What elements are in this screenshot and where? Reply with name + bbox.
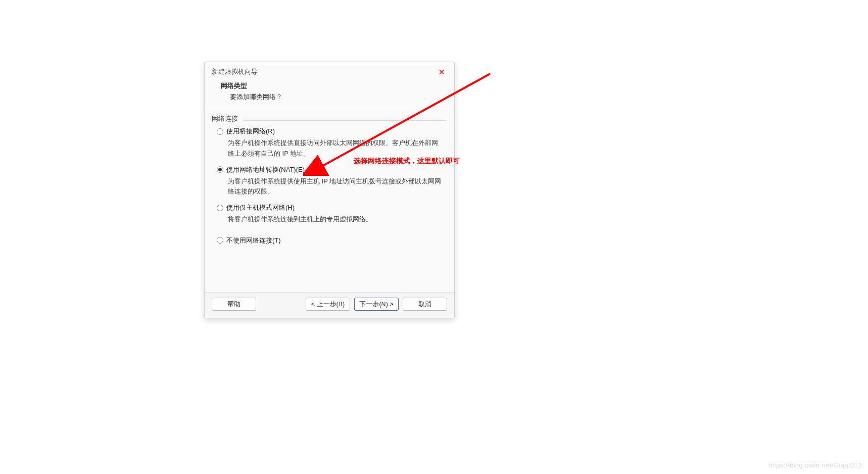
- header-title: 网络类型: [221, 81, 438, 90]
- radio-nat[interactable]: 使用网络地址转换(NAT)(E): [217, 165, 447, 174]
- dialog-title: 新建虚拟机向导: [212, 67, 258, 76]
- option-label: 使用仅主机模式网络(H): [226, 203, 295, 212]
- option-bridged: 使用桥接网络(R) 为客户机操作系统提供直接访问外部以太网网络的权限。客户机在外…: [217, 127, 447, 159]
- dialog-content: 网络连接 使用桥接网络(R) 为客户机操作系统提供直接访问外部以太网网络的权限。…: [205, 109, 454, 292]
- new-vm-wizard-dialog: 新建虚拟机向导 ✕ 网络类型 要添加哪类网络？ 网络连接 使用桥接网络(R) 为…: [204, 62, 455, 318]
- close-icon[interactable]: ✕: [437, 68, 447, 76]
- help-button[interactable]: 帮助: [212, 298, 256, 311]
- radio-icon: [217, 166, 223, 173]
- radio-icon: [217, 237, 223, 244]
- header-subtitle: 要添加哪类网络？: [221, 92, 438, 102]
- dialog-header: 网络类型 要添加哪类网络？: [205, 79, 454, 109]
- group-label-network-connection: 网络连接: [212, 114, 238, 123]
- annotation-text: 选择网络连接模式，这里默认即可: [354, 157, 460, 166]
- next-button[interactable]: 下一步(N) >: [354, 298, 399, 311]
- back-button[interactable]: < 上一步(B): [306, 298, 350, 311]
- option-description: 为客户机操作系统提供使用主机 IP 地址访问主机拨号连接或外部以太网网络连接的权…: [228, 176, 444, 198]
- radio-icon: [217, 205, 223, 211]
- option-description: 将客户机操作系统连接到主机上的专用虚拟网络。: [228, 214, 444, 225]
- radio-bridged[interactable]: 使用桥接网络(R): [217, 127, 447, 136]
- radio-icon: [217, 128, 223, 135]
- groupbox-line: [243, 120, 446, 121]
- dialog-footer: 帮助 < 上一步(B) 下一步(N) > 取消: [205, 292, 454, 318]
- option-nat: 使用网络地址转换(NAT)(E) 为客户机操作系统提供使用主机 IP 地址访问主…: [217, 165, 447, 198]
- watermark-text: https://blog.csdn.net/Giant013: [768, 461, 862, 469]
- option-label: 使用网络地址转换(NAT)(E): [226, 165, 305, 174]
- option-no-network: 不使用网络连接(T): [217, 236, 447, 245]
- option-label: 使用桥接网络(R): [226, 127, 275, 136]
- cancel-button[interactable]: 取消: [403, 298, 447, 311]
- option-description: 为客户机操作系统提供直接访问外部以太网网络的权限。客户机在外部网络上必须有自己的…: [228, 138, 444, 159]
- option-label: 不使用网络连接(T): [226, 236, 281, 245]
- option-host-only: 使用仅主机模式网络(H) 将客户机操作系统连接到主机上的专用虚拟网络。: [217, 203, 447, 225]
- radio-no-network[interactable]: 不使用网络连接(T): [217, 236, 447, 245]
- dialog-titlebar: 新建虚拟机向导 ✕: [205, 62, 454, 79]
- radio-host-only[interactable]: 使用仅主机模式网络(H): [217, 203, 447, 212]
